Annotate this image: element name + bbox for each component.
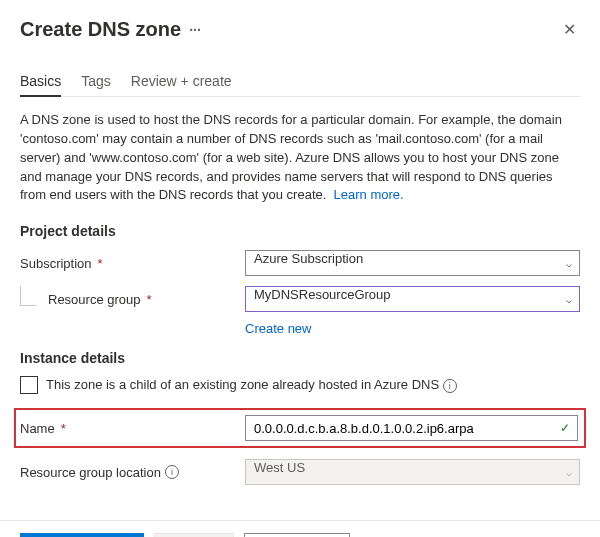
next-button[interactable]: Next : Tags > (244, 533, 350, 537)
indent-line (20, 286, 36, 306)
child-zone-label: This zone is a child of an existing zone… (46, 377, 439, 392)
name-input[interactable] (245, 415, 578, 441)
description: A DNS zone is used to host the DNS recor… (20, 111, 580, 205)
name-highlight: Name* ✓ (14, 408, 586, 448)
subscription-label: Subscription (20, 256, 92, 271)
tab-basics[interactable]: Basics (20, 67, 61, 97)
previous-button: Previous (154, 533, 235, 537)
review-create-button[interactable]: Review + create (20, 533, 144, 537)
instance-details-heading: Instance details (20, 350, 580, 366)
child-zone-checkbox[interactable] (20, 376, 38, 394)
name-label: Name (20, 421, 55, 436)
learn-more-link[interactable]: Learn more. (334, 187, 404, 202)
required-icon: * (61, 421, 66, 436)
subscription-select[interactable]: Azure Subscription (245, 250, 580, 276)
tab-bar: Basics Tags Review + create (20, 67, 580, 97)
info-icon[interactable]: i (443, 379, 457, 393)
more-icon[interactable]: ··· (189, 22, 201, 38)
tab-review[interactable]: Review + create (131, 67, 232, 96)
location-label: Resource group location (20, 465, 161, 480)
required-icon: * (98, 256, 103, 271)
tab-tags[interactable]: Tags (81, 67, 111, 96)
page-title: Create DNS zone (20, 18, 181, 41)
close-icon[interactable]: ✕ (559, 16, 580, 43)
check-icon: ✓ (560, 421, 570, 435)
required-icon: * (147, 292, 152, 307)
info-icon[interactable]: i (165, 465, 179, 479)
resource-group-label: Resource group (48, 292, 141, 307)
location-select: West US (245, 459, 580, 485)
project-details-heading: Project details (20, 223, 580, 239)
create-new-link[interactable]: Create new (245, 321, 580, 336)
resource-group-select[interactable]: MyDNSResourceGroup (245, 286, 580, 312)
